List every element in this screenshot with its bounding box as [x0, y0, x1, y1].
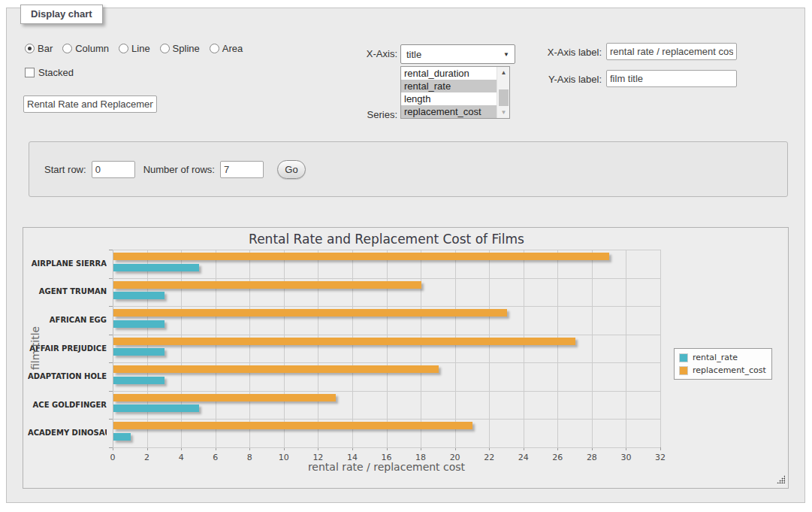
bar-replacement_cost [113, 365, 439, 373]
gridline-horizontal [113, 306, 660, 307]
radio-icon [160, 44, 170, 53]
y-tick-mark [109, 362, 113, 363]
gridline-vertical [524, 250, 524, 447]
x-axis-select-value: title [406, 49, 421, 60]
x-axis-select-label: X-Axis: [292, 48, 397, 59]
chart-type-column[interactable]: Column [62, 43, 109, 54]
gridline-vertical [284, 250, 285, 447]
legend-swatch-icon [679, 353, 688, 362]
bar-replacement_cost [113, 422, 472, 429]
stacked-checkbox-row[interactable]: Stacked [25, 67, 74, 78]
gridline-vertical [557, 250, 558, 447]
gridline-vertical [318, 250, 318, 447]
y-tick-mark [109, 419, 113, 420]
resize-handle-icon[interactable] [777, 475, 785, 483]
y-tick-mark [109, 250, 113, 250]
bar-replacement_cost [113, 394, 336, 401]
bar-rental_rate [113, 404, 199, 412]
gridline-horizontal [113, 335, 660, 335]
chart-type-bar[interactable]: Bar [25, 43, 53, 54]
chart-container: Rental Rate and Replacement Cost of Film… [23, 227, 789, 489]
radio-icon [62, 44, 72, 53]
x-tick-mark [660, 447, 661, 450]
start-row-label: Start row: [44, 164, 86, 175]
chart-type-spline[interactable]: Spline [160, 43, 200, 54]
series-option-replacement_cost[interactable]: replacement_cost [401, 105, 497, 118]
y-axis-label-input[interactable] [606, 70, 737, 87]
x-axis-title: rental rate / replacement cost [113, 461, 660, 473]
chart-type-radio-group: BarColumnLineSplineArea [25, 43, 243, 54]
gridline-vertical [249, 250, 250, 447]
series-label: Series: [292, 109, 397, 120]
gridline-horizontal [113, 447, 660, 448]
bar-rental_rate [113, 377, 165, 384]
stacked-checkbox[interactable] [25, 68, 35, 77]
y-tick-mark [109, 335, 113, 335]
bar-replacement_cost [113, 281, 421, 289]
chart-legend: rental_ratereplacement_cost [674, 348, 772, 380]
radio-label: Area [222, 43, 243, 54]
radio-label: Bar [38, 43, 53, 54]
legend-item-replacement_cost: replacement_cost [679, 365, 766, 375]
radio-icon [119, 44, 128, 53]
gridline-horizontal [113, 419, 660, 420]
category-label: AIRPLANE SIERRA [28, 259, 107, 268]
y-axis-text-label: Y-Axis label: [488, 74, 602, 85]
category-label: ACE GOLDFINGER [28, 401, 107, 409]
category-label: ACADEMY DINOSAUR [28, 429, 107, 437]
series-option-length[interactable]: length [401, 92, 497, 105]
gridline-horizontal [113, 278, 660, 279]
category-label: AGENT TRUMAN [28, 287, 107, 295]
y-axis-title: film title [29, 295, 41, 401]
gridline-vertical [489, 250, 490, 447]
gridline-vertical [352, 250, 353, 447]
chart-type-area[interactable]: Area [210, 43, 243, 54]
bar-rental_rate [113, 292, 165, 299]
y-tick-mark [109, 278, 113, 279]
radio-label: Line [131, 43, 150, 54]
chart-title: Rental Rate and Replacement Cost of Film… [113, 232, 660, 247]
bar-replacement_cost [113, 309, 507, 317]
radio-label: Spline [173, 43, 200, 54]
radio-icon [25, 44, 35, 53]
gridline-vertical [387, 250, 388, 447]
legend-label: replacement_cost [693, 365, 766, 375]
y-tick-mark [109, 447, 113, 448]
chart-type-line[interactable]: Line [119, 43, 150, 54]
chart-title-input[interactable] [23, 95, 157, 113]
x-axis-text-label: X-Axis label: [488, 47, 602, 58]
legend-swatch-icon [679, 366, 688, 375]
panel-title: Display chart [20, 5, 103, 24]
gridline-horizontal [113, 391, 660, 392]
gridline-vertical [181, 250, 182, 447]
series-option-rental_duration[interactable]: rental_duration [401, 67, 497, 80]
num-rows-label: Number of rows: [143, 164, 215, 175]
num-rows-input[interactable] [220, 161, 264, 178]
gridline-vertical [626, 250, 626, 447]
bar-rental_rate [113, 433, 131, 441]
legend-item-rental_rate: rental_rate [679, 353, 766, 362]
gridline-vertical [592, 250, 593, 447]
y-tick-mark [109, 391, 113, 392]
radio-label: Column [75, 43, 109, 54]
bar-replacement_cost [113, 253, 609, 260]
bar-rental_rate [113, 348, 165, 356]
y-tick-mark [109, 306, 113, 307]
bar-replacement_cost [113, 338, 575, 345]
scrollbar-thumb[interactable] [499, 89, 509, 106]
series-option-rental_rate[interactable]: rental_rate [401, 80, 497, 92]
bar-rental_rate [113, 264, 199, 271]
gridline-horizontal [113, 362, 660, 363]
bar-rental_rate [113, 320, 165, 328]
stacked-label: Stacked [38, 67, 74, 78]
row-range-panel: Start row: Number of rows: Go [29, 141, 788, 197]
start-row-input[interactable] [92, 161, 135, 178]
gridline-vertical [216, 250, 216, 447]
gridline-vertical [455, 250, 456, 447]
display-chart-panel: Display chart BarColumnLineSplineArea St… [6, 8, 805, 503]
scroll-down-icon[interactable]: ▼ [497, 107, 510, 118]
gridline-horizontal [113, 250, 660, 250]
go-button[interactable]: Go [277, 160, 306, 179]
gridline-vertical [421, 250, 421, 447]
x-axis-label-input[interactable] [606, 43, 737, 60]
